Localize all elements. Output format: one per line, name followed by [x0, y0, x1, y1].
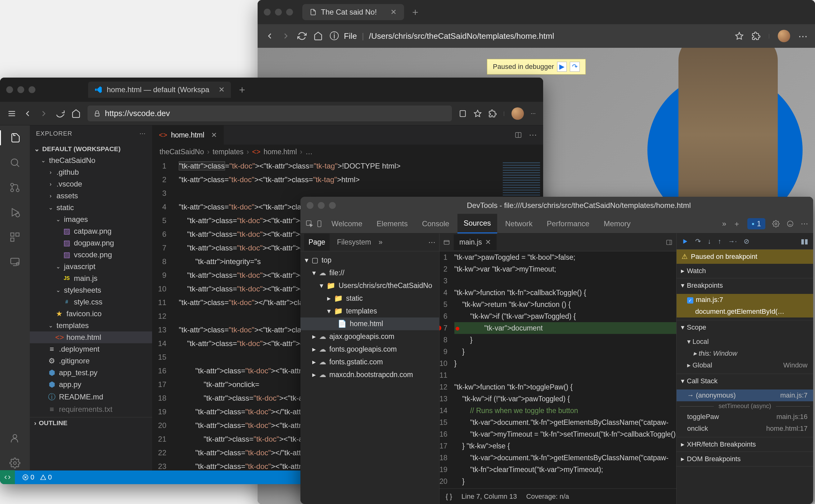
- forward-button[interactable]: [281, 31, 290, 41]
- tree-row[interactable]: ▾📁templates: [300, 305, 439, 317]
- more-tabs-icon[interactable]: »: [379, 238, 383, 246]
- breadcrumb[interactable]: theCatSaidNo› templates› <> home.html› …: [152, 145, 543, 159]
- run-debug-icon[interactable]: [7, 205, 22, 220]
- tree-row[interactable]: ▸☁fonts.gstatic.com: [300, 356, 439, 368]
- tab-performance[interactable]: Performance: [541, 214, 596, 233]
- layout-icon[interactable]: [666, 239, 673, 246]
- tree-folder[interactable]: ›assets: [30, 190, 152, 202]
- remote-explorer-icon[interactable]: [7, 254, 22, 269]
- deactivate-bp-button[interactable]: ⊘: [744, 237, 749, 245]
- split-editor-icon[interactable]: [515, 131, 522, 139]
- problems-indicator[interactable]: 0 0: [22, 473, 52, 481]
- issues-badge[interactable]: ▪1: [747, 218, 765, 229]
- tree-folder[interactable]: ⌄javascript: [30, 261, 152, 272]
- step-icon[interactable]: ↷: [570, 62, 580, 72]
- more-icon[interactable]: ⋯: [139, 130, 146, 137]
- tree-file[interactable]: ▨vscode.png: [30, 249, 152, 261]
- step-button[interactable]: →·: [728, 237, 737, 245]
- xhr-bp-section[interactable]: ▸XHR/fetch Breakpoints: [677, 437, 813, 452]
- tree-file[interactable]: JSmain.js: [30, 272, 152, 284]
- more-menu[interactable]: ⋯: [798, 31, 808, 42]
- nav-tab-filesystem[interactable]: Filesystem: [333, 234, 376, 251]
- window-controls[interactable]: [264, 9, 293, 16]
- tree-folder[interactable]: ⌄stylesheets: [30, 284, 152, 296]
- refresh-button[interactable]: [55, 109, 65, 118]
- scope-section[interactable]: ▾Scope: [677, 320, 813, 335]
- browser-tab[interactable]: home.html — default (Workspa ✕: [88, 82, 231, 98]
- new-tab-button[interactable]: ＋: [237, 83, 247, 97]
- tree-row[interactable]: ▸📁static: [300, 292, 439, 305]
- source-tab[interactable]: main.js ✕: [454, 234, 497, 250]
- scope-local[interactable]: ▾ Local: [677, 336, 813, 348]
- tree-row[interactable]: ▾☁file://: [300, 267, 439, 279]
- more-tabs-icon[interactable]: »: [722, 219, 726, 228]
- tree-folder[interactable]: ⌄theCatSaidNo: [30, 155, 152, 166]
- close-icon[interactable]: ✕: [211, 131, 217, 139]
- source-code[interactable]: 123456789101112131415161718192021222324 …: [439, 251, 676, 488]
- explorer-icon[interactable]: [0, 130, 30, 145]
- more-icon[interactable]: ⋯: [428, 238, 435, 246]
- tree-file[interactable]: ⓘREADME.md: [30, 390, 152, 403]
- window-controls[interactable]: [307, 202, 336, 209]
- extensions-rail-icon[interactable]: [7, 230, 22, 245]
- home-button[interactable]: [313, 31, 323, 41]
- breakpoint-item[interactable]: ✓main.js:7: [677, 294, 813, 306]
- tree-file[interactable]: #style.css: [30, 296, 152, 308]
- tree-folder[interactable]: ⌄templates: [30, 320, 152, 331]
- tree-file-selected[interactable]: 📄home.html: [300, 317, 439, 330]
- scope-this[interactable]: ▸ this: Window: [677, 348, 813, 359]
- step-out-button[interactable]: ↑: [718, 237, 721, 245]
- tab-welcome[interactable]: Welcome: [325, 214, 369, 233]
- feedback-icon[interactable]: [786, 220, 794, 227]
- window-controls[interactable]: [6, 86, 35, 93]
- account-icon[interactable]: [7, 431, 22, 446]
- search-icon[interactable]: [7, 155, 22, 170]
- scope-global[interactable]: ▸ Global Window: [677, 359, 813, 371]
- more-icon[interactable]: ⋯: [801, 219, 808, 228]
- nav-tab-page[interactable]: Page: [304, 234, 330, 251]
- tree-folder[interactable]: ›.vscode: [30, 178, 152, 190]
- favorite-button[interactable]: [735, 32, 744, 40]
- favorite-button[interactable]: [474, 110, 482, 118]
- tab-sources[interactable]: Sources: [457, 214, 497, 233]
- tree-file[interactable]: ⬢app_test.py: [30, 367, 152, 379]
- dom-bp-section[interactable]: ▸DOM Breakpoints: [677, 452, 813, 466]
- tab-elements[interactable]: Elements: [371, 214, 414, 233]
- pause-exc-button[interactable]: ▮▮: [801, 237, 808, 245]
- snippets-icon[interactable]: [443, 239, 450, 246]
- back-button[interactable]: [265, 31, 274, 41]
- tree-row[interactable]: ▾📁Users/chris/src/theCatSaidNo: [300, 279, 439, 292]
- extensions-button[interactable]: [489, 110, 497, 118]
- workspace-header[interactable]: ⌄ DEFAULT (WORKSPACE): [30, 143, 152, 155]
- more-menu[interactable]: ⋯: [531, 110, 536, 116]
- add-tab-icon[interactable]: ＋: [733, 219, 741, 229]
- back-button[interactable]: [23, 109, 32, 118]
- callstack-section[interactable]: ▾Call Stack: [677, 374, 813, 388]
- tab-console[interactable]: Console: [416, 214, 456, 233]
- tree-file[interactable]: ⬢app.py: [30, 379, 152, 390]
- tree-row[interactable]: ▸☁ajax.googleapis.com: [300, 330, 439, 343]
- address-bar[interactable]: ⓘ File | /Users/chris/src/theCatSaidNo/t…: [330, 30, 728, 43]
- stack-frame[interactable]: → (anonymous) main.js:7: [677, 389, 813, 401]
- tree-file-selected[interactable]: <>home.html: [30, 331, 152, 343]
- code-content[interactable]: "tk-var">pawToggled = "tk-bool">false;"t…: [451, 251, 676, 488]
- reader-icon[interactable]: [459, 110, 467, 118]
- forward-button[interactable]: [39, 109, 48, 118]
- extensions-button[interactable]: [752, 32, 760, 40]
- address-bar[interactable]: https://vscode.dev: [88, 106, 452, 121]
- menu-icon[interactable]: [7, 109, 16, 118]
- breakpoints-section[interactable]: ▾Breakpoints: [677, 278, 813, 293]
- source-control-icon[interactable]: [7, 180, 22, 195]
- outline-section[interactable]: › OUTLINE: [30, 417, 152, 429]
- close-icon[interactable]: ✕: [390, 8, 397, 16]
- tree-row[interactable]: ▾▢top: [300, 254, 439, 267]
- inspect-icon[interactable]: [305, 220, 313, 228]
- settings-gear-icon[interactable]: [772, 220, 780, 227]
- step-over-button[interactable]: ↷: [695, 237, 701, 245]
- profile-avatar[interactable]: [511, 107, 524, 120]
- tree-row[interactable]: ▸☁maxcdn.bootstrapcdn.com: [300, 368, 439, 381]
- tab-memory[interactable]: Memory: [597, 214, 637, 233]
- profile-avatar[interactable]: [778, 30, 790, 42]
- tree-row[interactable]: ▸☁fonts.googleapis.com: [300, 343, 439, 356]
- more-icon[interactable]: ⋯: [529, 130, 537, 140]
